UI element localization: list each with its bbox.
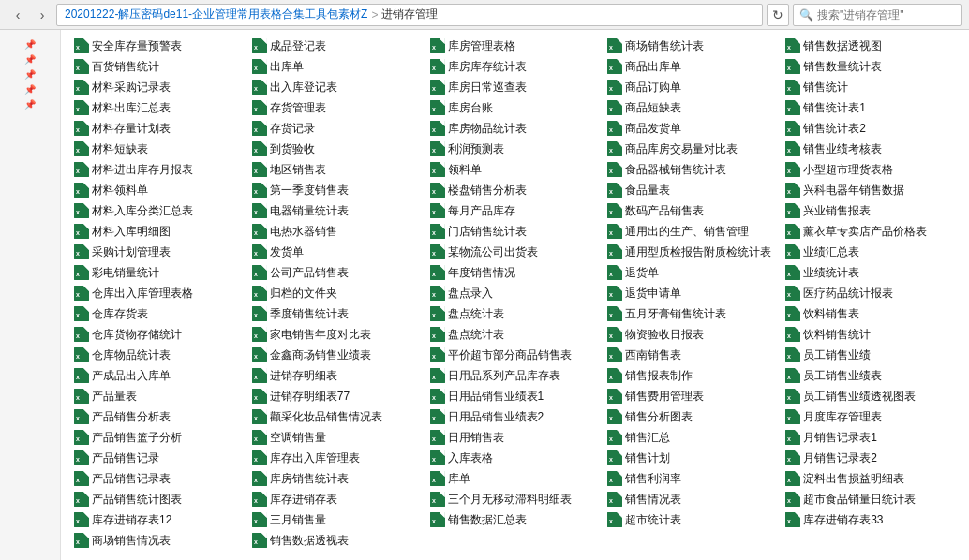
list-item[interactable]: x 百货销售统计 <box>70 56 248 77</box>
list-item[interactable]: x 商品出库单 <box>604 56 782 77</box>
breadcrumb-path[interactable]: 20201222-解压密码de11-企业管理常用表格合集工具包素材Z <box>65 7 367 22</box>
list-item[interactable]: x 地区销售表 <box>248 159 426 180</box>
list-item[interactable]: x 员工销售业绩 <box>782 345 960 365</box>
list-item[interactable]: x 通用型质检报告附质检统计表 <box>604 242 782 262</box>
list-item[interactable]: x 材料出库汇总表 <box>70 97 248 118</box>
list-item[interactable]: x 成品登记表 <box>248 36 426 56</box>
list-item[interactable]: x 兴业销售报表 <box>782 200 960 221</box>
list-item[interactable]: x 材料入库明细图 <box>70 221 248 242</box>
list-item[interactable]: x 到货验收 <box>248 139 426 159</box>
list-item[interactable]: x 销售利润率 <box>604 468 782 489</box>
list-item[interactable]: x 入库表格 <box>426 448 604 468</box>
list-item[interactable]: x 销售统计表1 <box>782 97 960 118</box>
list-item[interactable]: x 公司产品销售表 <box>248 262 426 283</box>
list-item[interactable]: x 销售费用管理表 <box>604 386 782 406</box>
list-item[interactable]: x 兴科电器年销售数据 <box>782 180 960 200</box>
list-item[interactable]: x 退货单 <box>604 262 782 283</box>
list-item[interactable]: x 业绩汇总表 <box>782 242 960 262</box>
list-item[interactable]: x 进销存明细表 <box>248 365 426 386</box>
list-item[interactable]: x 第一季度销售表 <box>248 180 426 200</box>
list-item[interactable]: x 产品销售记录表 <box>70 468 248 489</box>
list-item[interactable]: x 颧采化妆品销售情况表 <box>248 406 426 427</box>
list-item[interactable]: x 归档的文件夹 <box>248 283 426 303</box>
list-item[interactable]: x 存货管理表 <box>248 97 426 118</box>
list-item[interactable]: x 进销存明细表77 <box>248 386 426 406</box>
list-item[interactable]: x 产品销售篮子分析 <box>70 427 248 448</box>
list-item[interactable]: x 门店销售统计表 <box>426 221 604 242</box>
list-item[interactable]: x 某物流公司出货表 <box>426 242 604 262</box>
list-item[interactable]: x 物资验收日报表 <box>604 324 782 345</box>
list-item[interactable]: x 饮料销售统计 <box>782 324 960 345</box>
list-item[interactable]: x 盘点录入 <box>426 283 604 303</box>
list-item[interactable]: x 三月销售量 <box>248 509 426 530</box>
list-item[interactable]: x 超市食品销量日统计表 <box>782 489 960 509</box>
list-item[interactable]: x 库单 <box>426 468 604 489</box>
list-item[interactable]: x 食品器械销售统计表 <box>604 159 782 180</box>
list-item[interactable]: x 商场销售情况表 <box>70 530 248 551</box>
list-item[interactable]: x 月销售记录表1 <box>782 427 960 448</box>
list-item[interactable]: x 退货申请单 <box>604 283 782 303</box>
list-item[interactable]: x 盘点统计表 <box>426 324 604 345</box>
list-item[interactable]: x 销售报表制作 <box>604 365 782 386</box>
list-item[interactable]: x 销售业绩考核表 <box>782 139 960 159</box>
list-item[interactable]: x 安全库存量预警表 <box>70 36 248 56</box>
list-item[interactable]: x 库存进销存表33 <box>782 509 960 530</box>
list-item[interactable]: x 材料入库分类汇总表 <box>70 200 248 221</box>
list-item[interactable]: x 仓库存货表 <box>70 303 248 324</box>
list-item[interactable]: x 库房日常巡查表 <box>426 77 604 97</box>
list-item[interactable]: x 材料进出库存月报表 <box>70 159 248 180</box>
list-item[interactable]: x 超市统计表 <box>604 509 782 530</box>
list-item[interactable]: x 产品销售记录 <box>70 448 248 468</box>
list-item[interactable]: x 销售数据汇总表 <box>426 509 604 530</box>
list-item[interactable]: x 仓库出入库管理表格 <box>70 283 248 303</box>
list-item[interactable]: x 销售情况表 <box>604 489 782 509</box>
search-input[interactable] <box>817 8 948 22</box>
list-item[interactable]: x 空调销售量 <box>248 427 426 448</box>
list-item[interactable]: x 电热水器销售 <box>248 221 426 242</box>
list-item[interactable]: x 材料存量计划表 <box>70 118 248 139</box>
list-item[interactable]: x 淀料出售损益明细表 <box>782 468 960 489</box>
list-item[interactable]: x 员工销售业绩透视图表 <box>782 386 960 406</box>
list-item[interactable]: x 库房台账 <box>426 97 604 118</box>
list-item[interactable]: x 三个月无移动滞料明细表 <box>426 489 604 509</box>
list-item[interactable]: x 商品订购单 <box>604 77 782 97</box>
refresh-button[interactable]: ↻ <box>767 4 789 26</box>
list-item[interactable]: x 西南销售表 <box>604 345 782 365</box>
list-item[interactable]: x 日用品销售业绩表2 <box>426 406 604 427</box>
list-item[interactable]: x 平价超市部分商品销售表 <box>426 345 604 365</box>
list-item[interactable]: x 产成品出入库单 <box>70 365 248 386</box>
list-item[interactable]: x 饮料销售表 <box>782 303 960 324</box>
list-item[interactable]: x 仓库物品统计表 <box>70 345 248 365</box>
list-item[interactable]: x 利润预测表 <box>426 139 604 159</box>
list-item[interactable]: x 销售汇总 <box>604 427 782 448</box>
list-item[interactable]: x 仓库货物存储统计 <box>70 324 248 345</box>
list-item[interactable]: x 销售数据透视表 <box>248 530 426 551</box>
list-item[interactable]: x 商场销售统计表 <box>604 36 782 56</box>
list-item[interactable]: x 家电销售年度对比表 <box>248 324 426 345</box>
forward-button[interactable]: › <box>32 5 52 25</box>
list-item[interactable]: x 材料采购记录表 <box>70 77 248 97</box>
list-item[interactable]: x 材料领料单 <box>70 180 248 200</box>
list-item[interactable]: x 库房物品统计表 <box>426 118 604 139</box>
list-item[interactable]: x 月销售记录表2 <box>782 448 960 468</box>
list-item[interactable]: x 薰衣草专卖店产品价格表 <box>782 221 960 242</box>
list-item[interactable]: x 材料短缺表 <box>70 139 248 159</box>
list-item[interactable]: x 员工销售业绩表 <box>782 365 960 386</box>
list-item[interactable]: x 商品库房交易量对比表 <box>604 139 782 159</box>
list-item[interactable]: x 发货单 <box>248 242 426 262</box>
list-item[interactable]: x 库房销售统计表 <box>248 468 426 489</box>
list-item[interactable]: x 每月产品库存 <box>426 200 604 221</box>
list-item[interactable]: x 月度库存管理表 <box>782 406 960 427</box>
list-item[interactable]: x 出入库登记表 <box>248 77 426 97</box>
list-item[interactable]: x 库存进销存表 <box>248 489 426 509</box>
list-item[interactable]: x 销售分析图表 <box>604 406 782 427</box>
list-item[interactable]: x 库房管理表格 <box>426 36 604 56</box>
list-item[interactable]: x 产品销售分析表 <box>70 406 248 427</box>
list-item[interactable]: x 日用销售表 <box>426 427 604 448</box>
list-item[interactable]: x 盘点统计表 <box>426 303 604 324</box>
list-item[interactable]: x 年度销售情况 <box>426 262 604 283</box>
list-item[interactable]: x 库房库存统计表 <box>426 56 604 77</box>
list-item[interactable]: x 出库单 <box>248 56 426 77</box>
list-item[interactable]: x 销售统计 <box>782 77 960 97</box>
list-item[interactable]: x 领料单 <box>426 159 604 180</box>
